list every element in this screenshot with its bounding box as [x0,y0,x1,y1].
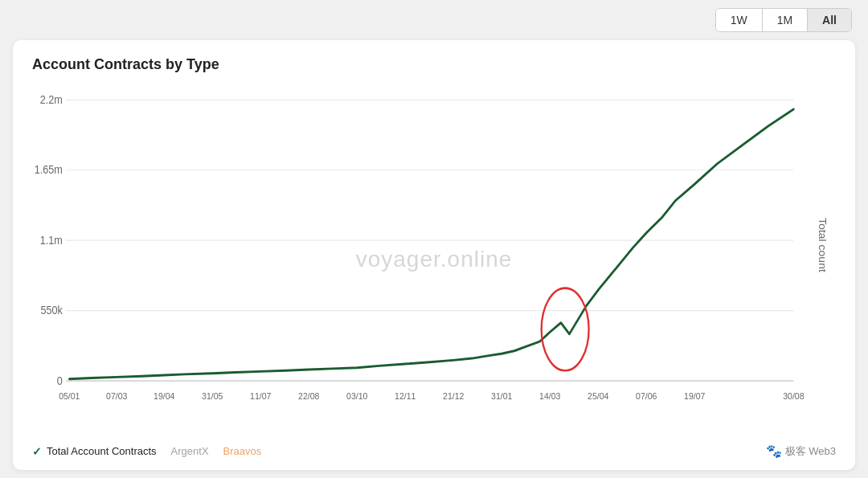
svg-text:11/07: 11/07 [250,391,271,402]
svg-text:2.2m: 2.2m [40,93,63,106]
svg-text:05/01: 05/01 [59,391,80,402]
svg-text:19/04: 19/04 [154,391,174,402]
chart-title: Account Contracts by Type [32,56,836,73]
svg-text:25/04: 25/04 [588,391,608,402]
time-filter-group: 1W 1M All [715,8,852,32]
top-bar: 1W 1M All [13,8,855,32]
legend-label-argentx: ArgentX [171,445,209,457]
svg-text:1.65m: 1.65m [35,164,63,177]
chart-bottom: ✓ Total Account Contracts ArgentX Braavo… [32,442,836,459]
svg-text:12/11: 12/11 [395,391,416,402]
legend: ✓ Total Account Contracts ArgentX Braavo… [32,445,261,458]
svg-text:14/03: 14/03 [539,391,560,402]
svg-text:07/03: 07/03 [106,391,127,402]
svg-text:19/07: 19/07 [684,391,705,402]
main-line [69,109,793,379]
svg-text:22/08: 22/08 [298,391,319,402]
filter-all[interactable]: All [808,9,851,31]
svg-text:Total count: Total count [817,218,828,272]
branding-icon: 🐾 [766,443,782,459]
legend-braavos[interactable]: Braavos [223,445,262,457]
branding: 🐾 极客 Web3 [766,443,836,459]
svg-text:550k: 550k [41,304,63,317]
legend-label-braavos: Braavos [223,445,262,457]
svg-text:30/08: 30/08 [783,391,804,402]
legend-label-total: Total Account Contracts [47,445,157,457]
branding-text: 极客 Web3 [785,444,836,459]
check-icon: ✓ [32,445,42,458]
chart-area: voyager.online 2.2m 1.65m 1.1m 550k 0 [32,81,836,437]
chart-card: Account Contracts by Type voyager.online… [13,40,855,470]
page-wrapper: 1W 1M All Account Contracts by Type voya… [0,0,868,478]
svg-text:03/10: 03/10 [346,391,367,402]
chart-svg: 2.2m 1.65m 1.1m 550k 0 05/01 07/03 19/04… [32,81,836,437]
filter-1w[interactable]: 1W [716,9,763,31]
legend-argentx[interactable]: ArgentX [171,445,209,457]
svg-text:0: 0 [57,374,63,387]
legend-total-account-contracts[interactable]: ✓ Total Account Contracts [32,445,157,458]
svg-text:07/06: 07/06 [636,391,657,402]
svg-text:21/12: 21/12 [443,391,464,402]
svg-text:1.1m: 1.1m [40,234,63,247]
filter-1m[interactable]: 1M [763,9,808,31]
svg-text:31/05: 31/05 [202,391,223,402]
chart-svg-wrapper: voyager.online 2.2m 1.65m 1.1m 550k 0 [32,81,836,437]
svg-text:31/01: 31/01 [491,391,512,402]
